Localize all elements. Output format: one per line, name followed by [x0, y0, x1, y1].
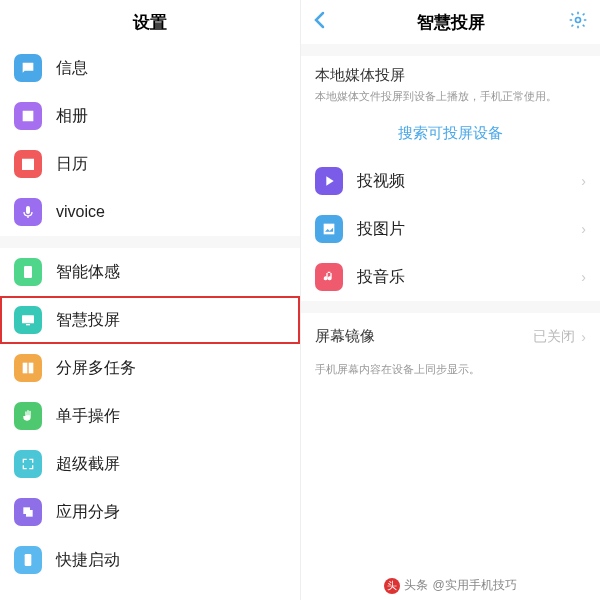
svg-rect-1	[22, 315, 34, 323]
message-icon	[14, 54, 42, 82]
chevron-right-icon: ›	[581, 269, 586, 285]
svg-rect-3	[23, 363, 28, 374]
row-mirror[interactable]: 屏幕镜像 已关闭 ›	[301, 313, 600, 360]
row-smart-cast[interactable]: 智慧投屏	[0, 296, 300, 344]
split-icon	[14, 354, 42, 382]
section-divider	[301, 44, 600, 56]
svg-rect-2	[26, 324, 30, 325]
row-label: vivoice	[56, 203, 286, 221]
row-splitscreen[interactable]: 分屏多任务	[0, 344, 300, 392]
chevron-right-icon: ›	[581, 329, 586, 345]
row-label: 快捷启动	[56, 550, 286, 571]
cast-icon	[14, 306, 42, 334]
row-label: 超级截屏	[56, 454, 286, 475]
local-media-header: 本地媒体投屏	[301, 56, 600, 87]
row-calendar[interactable]: 日历	[0, 140, 300, 188]
footer-author: @实用手机技巧	[432, 577, 516, 594]
row-label: 智能体感	[56, 262, 286, 283]
row-appclone[interactable]: 应用分身	[0, 488, 300, 536]
photos-icon	[14, 102, 42, 130]
mirror-status: 已关闭	[533, 328, 575, 346]
row-motion[interactable]: 智能体感	[0, 248, 300, 296]
chevron-right-icon: ›	[581, 221, 586, 237]
play-icon	[315, 167, 343, 195]
row-label: 分屏多任务	[56, 358, 286, 379]
launch-icon	[14, 546, 42, 574]
row-label: 相册	[56, 106, 286, 127]
calendar-icon	[14, 150, 42, 178]
row-cast-music[interactable]: 投音乐 ›	[301, 253, 600, 301]
row-onehand[interactable]: 单手操作	[0, 392, 300, 440]
local-media-title: 本地媒体投屏	[315, 66, 586, 85]
footer-prefix: 头条	[404, 577, 428, 594]
row-cast-video[interactable]: 投视频 ›	[301, 157, 600, 205]
watermark: 头 头条 @实用手机技巧	[301, 577, 600, 594]
svg-point-9	[576, 18, 581, 23]
section-divider	[0, 236, 300, 248]
row-label: 单手操作	[56, 406, 286, 427]
back-icon[interactable]	[313, 11, 325, 33]
row-screenshot[interactable]: 超级截屏	[0, 440, 300, 488]
music-icon	[315, 263, 343, 291]
row-vivoice[interactable]: vivoice	[0, 188, 300, 236]
row-label: 智慧投屏	[56, 310, 286, 331]
row-label: 日历	[56, 154, 286, 175]
settings-panel: 设置 信息 相册 日历 vivoice 智能体感 智慧投屏	[0, 0, 300, 600]
screenshot-icon	[14, 450, 42, 478]
mirror-desc: 手机屏幕内容在设备上同步显示。	[301, 360, 600, 387]
avatar-icon: 头	[384, 578, 400, 594]
row-label: 投视频	[357, 171, 575, 192]
mic-icon	[14, 198, 42, 226]
row-quicklaunch[interactable]: 快捷启动	[0, 536, 300, 584]
svg-rect-6	[26, 510, 33, 517]
motion-icon	[14, 258, 42, 286]
svg-point-8	[27, 563, 28, 564]
hand-icon	[14, 402, 42, 430]
row-label: 应用分身	[56, 502, 286, 523]
settings-header: 设置	[0, 0, 300, 44]
clone-icon	[14, 498, 42, 526]
local-media-desc: 本地媒体文件投屏到设备上播放，手机正常使用。	[301, 87, 600, 114]
row-photos[interactable]: 相册	[0, 92, 300, 140]
svg-rect-4	[29, 363, 34, 374]
row-label: 投图片	[357, 219, 575, 240]
search-devices-link[interactable]: 搜索可投屏设备	[301, 114, 600, 157]
row-cast-image[interactable]: 投图片 ›	[301, 205, 600, 253]
mirror-label: 屏幕镜像	[315, 327, 533, 346]
chevron-right-icon: ›	[581, 173, 586, 189]
gear-icon[interactable]	[568, 10, 588, 34]
section-divider	[301, 301, 600, 313]
svg-rect-0	[24, 266, 32, 278]
settings-title: 设置	[133, 11, 167, 34]
row-messages[interactable]: 信息	[0, 44, 300, 92]
row-label: 投音乐	[357, 267, 575, 288]
image-icon	[315, 215, 343, 243]
cast-header: 智慧投屏	[301, 0, 600, 44]
cast-panel: 智慧投屏 本地媒体投屏 本地媒体文件投屏到设备上播放，手机正常使用。 搜索可投屏…	[300, 0, 600, 600]
cast-title: 智慧投屏	[417, 11, 485, 34]
row-label: 信息	[56, 58, 286, 79]
